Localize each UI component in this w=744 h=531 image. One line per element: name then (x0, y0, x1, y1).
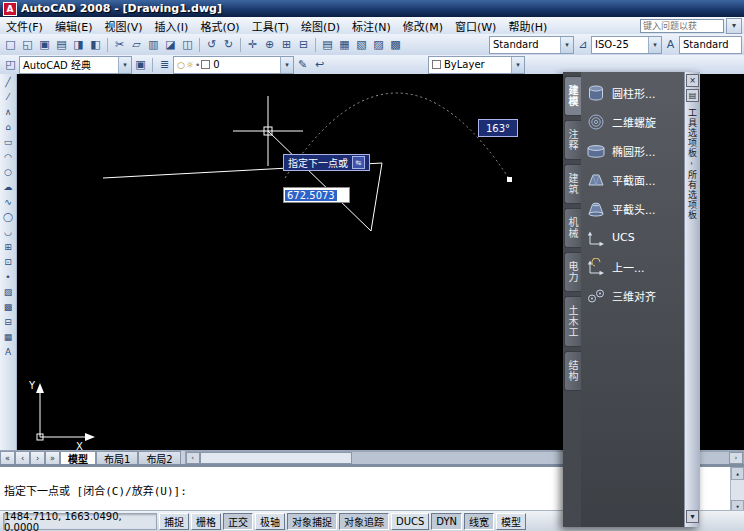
layer-freeze-icon[interactable]: ☼ (186, 60, 194, 70)
rectangle-tool-icon[interactable]: ▭ (1, 134, 16, 149)
palette-close-icon[interactable]: × (686, 74, 699, 87)
layer-previous-button[interactable]: ↩ (311, 56, 328, 73)
polyline-tool-icon[interactable]: ∧ (1, 104, 16, 119)
redo-button[interactable]: ↻ (220, 36, 237, 53)
open-button[interactable]: ◱ (19, 36, 36, 53)
ellipse-tool-icon[interactable]: ◯ (1, 209, 16, 224)
properties-button[interactable]: ▤ (319, 36, 336, 53)
plot-preview-button[interactable]: ◨ (70, 36, 87, 53)
palette-item-3d-align[interactable]: 三维对齐 (585, 281, 684, 310)
insert-block-tool-icon[interactable]: ⊞ (1, 239, 16, 254)
menu-window[interactable]: 窗口(W) (449, 17, 502, 34)
palette-tab-modeling[interactable]: 建模 (564, 76, 581, 116)
command-scrollbar[interactable]: ▴ ▾ (730, 467, 744, 513)
table-tool-icon[interactable]: ▦ (1, 329, 16, 344)
scrollbar-thumb[interactable] (200, 452, 352, 464)
lineweight-toggle[interactable]: 线宽 (464, 513, 494, 530)
palette-tab-mechanical[interactable]: 机械 (564, 208, 581, 248)
match-properties-button[interactable]: ◪ (162, 36, 179, 53)
last-tab-button[interactable]: » (45, 451, 60, 465)
title-bar[interactable]: A AutoCAD 2008 - [Drawing1.dwg] (0, 0, 744, 17)
menu-view[interactable]: 视图(V) (98, 17, 148, 34)
palette-tab-electrical[interactable]: 电力 (564, 252, 581, 292)
publish-button[interactable]: ◧ (87, 36, 104, 53)
workspace-combo[interactable]: AutoCAD 经典 ▾ (19, 56, 132, 74)
ellipse-arc-tool-icon[interactable]: ◡ (1, 224, 16, 239)
palette-item-ucs[interactable]: UCS (585, 223, 684, 252)
arc-tool-icon[interactable]: ◠ (1, 149, 16, 164)
menu-tools[interactable]: 工具(T) (246, 17, 295, 34)
zoom-window-button[interactable]: ⊞ (278, 36, 295, 53)
otrack-toggle[interactable]: 对象追踪 (339, 513, 389, 530)
palette-item-ucs-previous[interactable]: 上一... (585, 252, 684, 281)
gradient-tool-icon[interactable]: ▩ (1, 299, 16, 314)
color-combo[interactable]: ByLayer ▾ (428, 56, 525, 74)
menu-modify[interactable]: 修改(M) (397, 17, 449, 34)
palette-tab-civil[interactable]: 土木工 (564, 296, 581, 347)
first-tab-button[interactable]: « (0, 451, 15, 465)
scroll-left-icon[interactable]: ‹ (186, 452, 200, 464)
block-editor-button[interactable]: ◫ (179, 36, 196, 53)
text-style-button[interactable]: A (662, 36, 679, 53)
next-tab-button[interactable]: › (30, 451, 45, 465)
dropdown-arrow-icon[interactable]: ▾ (511, 57, 524, 73)
construction-line-tool-icon[interactable]: ⁄ (1, 89, 16, 104)
point-tool-icon[interactable]: • (1, 269, 16, 284)
palette-tab-structural[interactable]: 结构 (564, 351, 581, 391)
region-tool-icon[interactable]: ⊟ (1, 314, 16, 329)
zoom-previous-button[interactable]: ⊟ (295, 36, 312, 53)
paste-button[interactable]: ▥ (145, 36, 162, 53)
menu-file[interactable]: 文件(F) (0, 17, 49, 34)
dropdown-arrow-icon[interactable]: ▾ (280, 57, 293, 73)
palette-item-helix[interactable]: 二维螺旋 (585, 107, 684, 136)
text-style-combo[interactable]: Standard (679, 36, 742, 54)
cut-button[interactable]: ✂ (111, 36, 128, 53)
tab-layout1[interactable]: 布局1 (96, 451, 138, 465)
palette-item-cylinder[interactable]: 圆柱形... (585, 78, 684, 107)
palette-tab-annotation[interactable]: 注释 (564, 120, 581, 160)
dropdown-arrow-icon[interactable]: ▾ (560, 37, 573, 53)
menu-edit[interactable]: 编辑(E) (49, 17, 99, 34)
menu-dimension[interactable]: 标注(N) (346, 17, 397, 34)
tab-layout2[interactable]: 布局2 (138, 451, 180, 465)
scroll-right-icon[interactable]: › (729, 452, 743, 464)
palette-item-elliptical-cylinder[interactable]: 椭圆形... (585, 136, 684, 165)
menu-draw[interactable]: 绘图(D) (295, 17, 346, 34)
dim-style-combo[interactable]: ISO-25 ▾ (591, 36, 662, 54)
make-block-tool-icon[interactable]: ⊡ (1, 254, 16, 269)
dynamic-input-field[interactable]: 672.5073 (283, 187, 350, 203)
palette-autohide-icon[interactable]: ▤ (686, 89, 699, 102)
hatch-tool-icon[interactable]: ▨ (1, 284, 16, 299)
palette-item-cone-frustum[interactable]: 平截头... (585, 194, 684, 223)
layer-combo[interactable]: ○ ☼ • 0 ▾ (173, 56, 294, 74)
menu-help[interactable]: 帮助(H) (502, 17, 553, 34)
prev-tab-button[interactable]: ‹ (15, 451, 30, 465)
dyn-toggle[interactable]: DYN (431, 513, 462, 530)
scroll-up-icon[interactable]: ▴ (731, 467, 744, 480)
osnap-toggle[interactable]: 对象捕捉 (287, 513, 337, 530)
polar-toggle[interactable]: 极轴 (255, 513, 285, 530)
layer-on-icon[interactable]: ○ (177, 60, 185, 70)
layer-properties-button[interactable]: ≣ (156, 56, 173, 73)
dim-style-button[interactable]: ⊿ (574, 36, 591, 53)
help-search-input[interactable] (640, 19, 724, 33)
markup-button[interactable]: ▩ (387, 36, 404, 53)
menu-insert[interactable]: 插入(I) (149, 17, 195, 34)
ducs-toggle[interactable]: DUCS (391, 513, 429, 530)
revcloud-tool-icon[interactable]: ☁ (1, 179, 16, 194)
line-tool-icon[interactable]: ╱ (1, 74, 16, 89)
designcenter-button[interactable]: ▦ (336, 36, 353, 53)
undo-button[interactable]: ↺ (203, 36, 220, 53)
model-toggle[interactable]: 模型 (496, 513, 526, 530)
make-layer-current-button[interactable]: ✎ (294, 56, 311, 73)
grid-toggle[interactable]: 栅格 (191, 513, 221, 530)
palette-scroll-down-icon[interactable]: ▾ (686, 510, 699, 523)
menu-format[interactable]: 格式(O) (194, 17, 245, 34)
palette-item-pyramid-frustum[interactable]: 平截面... (585, 165, 684, 194)
help-search-button[interactable]: ▾ (726, 18, 742, 34)
polygon-tool-icon[interactable]: ⌂ (1, 119, 16, 134)
ortho-toggle[interactable]: 正交 (223, 513, 253, 530)
plot-button[interactable]: ▤ (53, 36, 70, 53)
circle-tool-icon[interactable]: ○ (1, 164, 16, 179)
tab-model[interactable]: 模型 (60, 451, 96, 465)
